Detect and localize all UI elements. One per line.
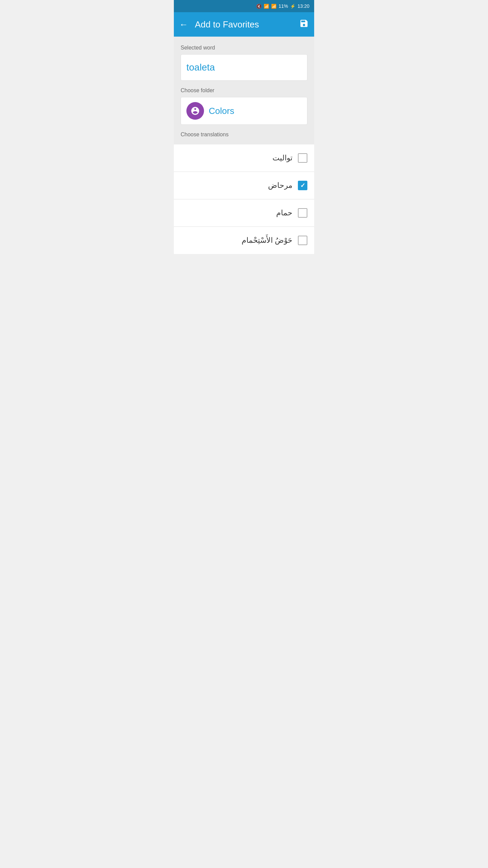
battery-text: 11% — [279, 3, 288, 9]
content-section: Selected word toaleta Choose folder Colo… — [174, 37, 314, 144]
translation-item-2: حمام — [174, 199, 314, 227]
checkbox-3[interactable] — [298, 236, 307, 245]
time-text: 13:20 — [298, 3, 309, 9]
checkmark-1: ✓ — [300, 182, 305, 189]
translations-list: تواليت مرحاض ✓ حمام حَوْضُ الأَسْتِحْمام — [174, 144, 314, 254]
folder-icon-circle — [186, 102, 204, 120]
translation-item-0: تواليت — [174, 144, 314, 172]
battery-icon: ⚡ — [290, 4, 296, 9]
app-bar: ← Add to Favorites — [174, 12, 314, 37]
selected-word-text: toaleta — [186, 62, 215, 73]
back-button[interactable]: ← — [179, 19, 188, 30]
translation-text-1: مرحاض — [181, 181, 292, 190]
checkbox-2[interactable] — [298, 208, 307, 218]
page-title: Add to Favorites — [195, 19, 259, 30]
choose-translations-label: Choose translations — [181, 132, 307, 139]
translation-item-1: مرحاض ✓ — [174, 172, 314, 199]
signal-icon: 📶 — [271, 4, 277, 9]
folder-name: Colors — [209, 106, 234, 116]
status-bar: 🔇 📶 📶 11% ⚡ 13:20 — [174, 0, 314, 12]
folder-selector[interactable]: Colors — [181, 97, 307, 125]
app-bar-left: ← Add to Favorites — [179, 19, 259, 30]
selected-word-label: Selected word — [181, 45, 307, 51]
wifi-icon: 📶 — [264, 4, 269, 9]
translation-text-2: حمام — [181, 209, 292, 217]
choose-folder-label: Choose folder — [181, 87, 307, 94]
translation-text-0: تواليت — [181, 154, 292, 162]
save-button[interactable] — [299, 19, 309, 31]
checkbox-0[interactable] — [298, 153, 307, 163]
status-icons: 🔇 📶 📶 11% ⚡ 13:20 — [256, 3, 309, 9]
checkbox-1[interactable]: ✓ — [298, 181, 307, 190]
bluetooth-icon: 🔇 — [256, 4, 262, 9]
selected-word-box: toaleta — [181, 54, 307, 81]
translation-text-3: حَوْضُ الأَسْتِحْمام — [181, 236, 292, 245]
translation-item-3: حَوْضُ الأَسْتِحْمام — [174, 227, 314, 254]
